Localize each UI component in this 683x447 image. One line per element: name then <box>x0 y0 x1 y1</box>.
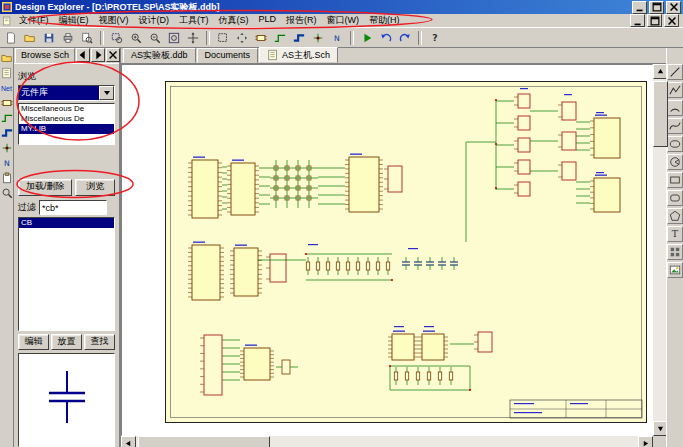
find-button[interactable]: 查找 <box>84 334 115 350</box>
probe-button[interactable] <box>1 187 13 199</box>
wire-button[interactable] <box>271 29 289 46</box>
library-list-item[interactable]: Miscellaneous De <box>19 104 114 114</box>
document-tab-1[interactable]: Documents <box>197 48 259 63</box>
menu-item-9[interactable]: 帮助(H) <box>364 14 405 27</box>
zoom-all-icon <box>168 32 180 44</box>
win-max-button[interactable] <box>649 1 664 14</box>
help-button[interactable]: ? <box>426 29 444 46</box>
browse-button[interactable]: 浏览 <box>75 179 115 196</box>
add-remove-button[interactable]: 加载/删除 <box>18 179 72 196</box>
horizontal-scrollbar-row <box>121 436 666 447</box>
place-button[interactable]: 放置 <box>51 334 82 350</box>
vertical-scrollbar[interactable] <box>653 64 666 436</box>
menu-item-4[interactable]: 工具(T) <box>174 14 214 27</box>
menu-item-5[interactable]: 仿真(S) <box>214 14 254 27</box>
library-list-item[interactable]: Miscellaneous De <box>19 114 114 124</box>
horizontal-scroll-track[interactable] <box>136 436 638 447</box>
arrow-right-button[interactable] <box>91 48 105 62</box>
zoom-out-button[interactable] <box>146 29 164 46</box>
document-tab-2[interactable]: AS主机.Sch <box>259 47 338 63</box>
component-list-item[interactable]: CB <box>19 218 114 228</box>
save-button[interactable] <box>40 29 58 46</box>
new-doc-button[interactable] <box>2 29 20 46</box>
library-listbox[interactable]: Miscellaneous DeMiscellaneous DeMY.LIB <box>18 103 115 145</box>
ellipse-tool-button[interactable] <box>667 136 683 152</box>
bezier-button[interactable] <box>667 118 683 134</box>
filter-input[interactable] <box>39 200 107 215</box>
menu-item-1[interactable]: 编辑(E) <box>54 14 94 27</box>
rect-tool-icon <box>669 174 681 186</box>
netlabel-button[interactable]: N <box>1 157 13 169</box>
polygon-tool-button[interactable] <box>667 208 683 224</box>
picture-button[interactable] <box>667 262 683 278</box>
vertical-scroll-track[interactable] <box>653 79 666 421</box>
print-button[interactable] <box>59 29 77 46</box>
pie-button[interactable] <box>667 154 683 170</box>
part-button[interactable] <box>252 29 270 46</box>
sheet-button[interactable] <box>1 67 13 79</box>
browse-panel: Browse Sch 浏览 元件库 Miscellaneous DeMiscel… <box>14 48 121 447</box>
zoom-in-button[interactable] <box>127 29 145 46</box>
close-button[interactable] <box>106 48 120 62</box>
edit-button[interactable]: 编辑 <box>18 334 49 350</box>
undo-button[interactable] <box>377 29 395 46</box>
schematic-canvas[interactable] <box>121 64 653 436</box>
win-min-icon <box>634 1 646 13</box>
junction-button[interactable] <box>1 142 13 154</box>
win-close-icon <box>666 15 678 27</box>
redo-button[interactable] <box>396 29 414 46</box>
menu-item-3[interactable]: 设计(D) <box>134 14 175 27</box>
sheet-icon <box>1 67 13 79</box>
menu-item-2[interactable]: 视图(V) <box>94 14 134 27</box>
win-min-button[interactable] <box>630 14 645 27</box>
zoom-window-button[interactable] <box>108 29 126 46</box>
wire-button[interactable] <box>1 112 13 124</box>
run-button[interactable] <box>358 29 376 46</box>
net-button[interactable]: Net <box>1 82 13 94</box>
open-folder-button[interactable] <box>21 29 39 46</box>
round-rect-button[interactable] <box>667 190 683 206</box>
horizontal-scroll-thumb[interactable] <box>138 436 270 447</box>
print-preview-button[interactable] <box>78 29 96 46</box>
arrow-left-button[interactable] <box>76 48 90 62</box>
win-close-button[interactable] <box>664 14 679 27</box>
combo-dropdown-button[interactable] <box>99 86 114 100</box>
move-button[interactable] <box>233 29 251 46</box>
schematic-sheet[interactable] <box>165 81 647 423</box>
open-folder-button[interactable] <box>1 52 13 64</box>
library-list-item[interactable]: MY.LIB <box>19 124 114 134</box>
win-min-button[interactable] <box>632 1 647 14</box>
part-button[interactable] <box>1 97 13 109</box>
arc-button[interactable] <box>667 100 683 116</box>
win-close-button[interactable] <box>666 1 681 14</box>
netlabel-button[interactable]: N <box>328 29 346 46</box>
scroll-left-button[interactable] <box>121 436 136 447</box>
win-max-button[interactable] <box>647 14 662 27</box>
text-tool-button[interactable]: T <box>667 226 683 242</box>
menu-item-8[interactable]: 窗口(W) <box>322 14 365 27</box>
library-type-combobox[interactable]: 元件库 <box>18 85 115 101</box>
vertical-scroll-thumb[interactable] <box>653 81 668 147</box>
library-buttons-row: 加载/删除 浏览 <box>18 179 115 196</box>
pan-button[interactable] <box>184 29 202 46</box>
component-listbox[interactable]: CB <box>18 217 115 331</box>
tab-browse-sch[interactable]: Browse Sch <box>15 48 75 63</box>
menu-item-6[interactable]: PLD <box>254 14 282 27</box>
select-button[interactable] <box>214 29 232 46</box>
toolbar-separator <box>100 31 104 45</box>
bus-button[interactable] <box>1 127 13 139</box>
polyline-button[interactable] <box>667 82 683 98</box>
array-tool-button[interactable] <box>667 244 683 260</box>
rect-tool-button[interactable] <box>667 172 683 188</box>
junction-button[interactable] <box>309 29 327 46</box>
bus-button[interactable] <box>290 29 308 46</box>
clipboard-button[interactable] <box>1 172 13 184</box>
horizontal-scrollbar[interactable] <box>121 436 653 447</box>
document-tab-0[interactable]: AS实验板.ddb <box>123 48 196 63</box>
save-icon <box>43 32 55 44</box>
line-button[interactable] <box>667 64 683 80</box>
zoom-all-button[interactable] <box>165 29 183 46</box>
menu-item-0[interactable]: 文件(F) <box>14 14 54 27</box>
scroll-right-button[interactable] <box>638 436 653 447</box>
menu-item-7[interactable]: 报告(R) <box>281 14 322 27</box>
